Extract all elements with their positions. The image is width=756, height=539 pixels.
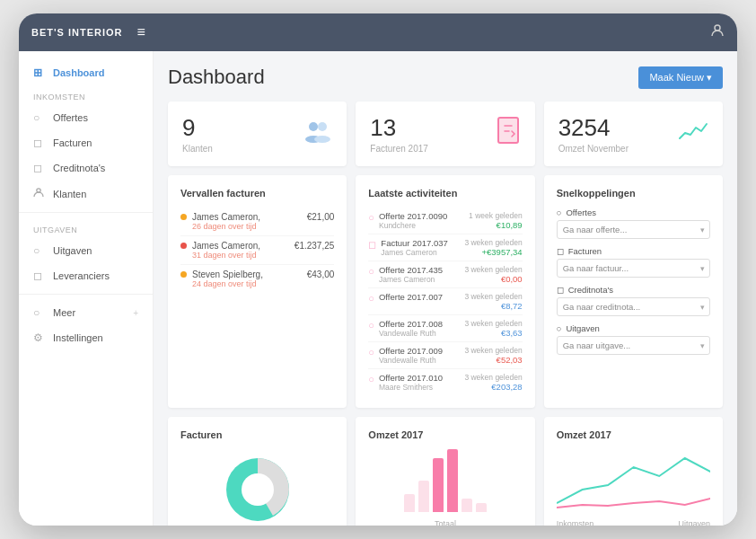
- income-label: Inkomsten: [557, 519, 594, 526]
- bar-0: [404, 494, 415, 512]
- sidebar-item-dashboard[interactable]: ⊞ Dashboard: [19, 60, 153, 85]
- facturen-chart-title: Facturen: [180, 429, 334, 440]
- quick-offertes: ○ Offertes Ga naar offerte... ▾: [557, 208, 710, 239]
- invoice-name-2: Steven Spielberg,: [192, 270, 263, 279]
- svg-point-2: [309, 122, 318, 131]
- vervallen-title: Vervallen facturen: [180, 188, 334, 199]
- bar-1: [418, 481, 429, 512]
- quick-label-uitgaven: ○ Uitgaven: [557, 323, 710, 333]
- sidebar-item-uitgaven[interactable]: ○ Uitgaven: [19, 238, 153, 263]
- line-chart: [557, 449, 710, 512]
- vervallen-item-1: James Cameron, 31 dagen over tijd €1.237…: [180, 236, 334, 265]
- invoice-sub-0: 26 dagen over tijd: [192, 222, 260, 231]
- vervallen-item-2: Steven Spielberg, 24 dagen over tijd €43…: [180, 265, 334, 293]
- quick-select-offertes[interactable]: Ga naar offerte...: [557, 220, 710, 239]
- quick-select-facturen[interactable]: Ga naar factuur...: [557, 259, 710, 278]
- line-chart-labels: Inkomsten Uitgaven: [557, 519, 710, 526]
- activity-icon-4: ○: [368, 320, 374, 331]
- invoice-sub-1: 31 dagen over tijd: [192, 251, 260, 260]
- bar-4: [462, 499, 472, 512]
- sidebar-item-offertes[interactable]: ○ Offertes: [19, 105, 153, 130]
- activity-icon-6: ○: [368, 374, 374, 384]
- sidebar-item-creditnotas[interactable]: ◻ Creditnota's: [19, 155, 153, 181]
- activity-1: ◻ Factuur 2017.037 James Cameron 3 weken…: [368, 234, 522, 261]
- sidebar-item-klanten[interactable]: Klanten: [19, 181, 153, 207]
- invoice-name-1: James Cameron,: [192, 241, 260, 251]
- invoice-amount-2: €43,00: [307, 270, 335, 279]
- omzet-bar-chart-card: Omzet 2017 Totaal €5.223,50: [356, 417, 534, 526]
- activity-icon-3: ○: [368, 293, 374, 304]
- content-header: Dashboard Maak Nieuw ▾: [168, 66, 723, 89]
- quick-select-wrap-facturen: Ga naar factuur... ▾: [557, 259, 710, 278]
- sidebar-item-meer[interactable]: ○ Meer +: [19, 300, 153, 325]
- omzet-bar-title: Omzet 2017: [368, 429, 522, 440]
- activity-icon-5: ○: [368, 347, 374, 358]
- snelkoppelingen-title: Snelkoppelingen: [557, 188, 710, 199]
- creditnotas-icon: ◻: [33, 162, 46, 174]
- quick-label-offertes: ○ Offertes: [557, 208, 710, 217]
- activity-2: ○ Offerte 2017.435 James Cameron 3 weken…: [368, 261, 522, 288]
- quick-select-wrap-creditnotas: Ga naar creditnota... ▾: [557, 297, 710, 316]
- facturen-chart-card: Facturen Betaald €5.113,90: [168, 417, 347, 526]
- stat-label-facturen: Facturen 2017: [370, 144, 428, 154]
- dashboard-icon: ⊞: [33, 66, 46, 79]
- activity-5: ○ Offerte 2017.009 Vandewalle Ruth 3 wek…: [368, 342, 522, 369]
- stat-label-klanten: Klanten: [182, 144, 213, 154]
- sidebar-item-facturen[interactable]: ◻ Facturen: [19, 130, 153, 155]
- sidebar-item-instellingen[interactable]: ⚙ Instellingen: [19, 325, 153, 350]
- quick-select-wrap-uitgaven: Ga naar uitgave... ▾: [557, 336, 710, 355]
- omzet-stat-icon: [678, 119, 708, 148]
- top-bar: BET'S INTERIOR ≡: [19, 13, 737, 51]
- facturen-icon: ◻: [33, 137, 46, 149]
- facturen-stat-icon: [496, 117, 521, 152]
- chart-row: Facturen Betaald €5.113,90: [168, 417, 723, 526]
- quick-select-uitgaven[interactable]: Ga naar uitgave...: [557, 336, 710, 355]
- bar-2: [433, 458, 444, 512]
- user-icon[interactable]: [710, 23, 725, 41]
- dot-2: [180, 271, 187, 278]
- klanten-icon: [33, 187, 46, 200]
- svg-point-5: [314, 136, 330, 143]
- sidebar-item-leveranciers[interactable]: ◻ Leveranciers: [19, 263, 153, 288]
- sidebar-section-inkomsten: Inkomsten: [19, 85, 153, 105]
- bar-3: [447, 449, 458, 512]
- vervallen-card: Vervallen facturen James Cameron, 26 dag…: [168, 175, 347, 408]
- page-title: Dashboard: [168, 66, 265, 89]
- quick-label-facturen: ◻ Facturen: [557, 246, 710, 256]
- klanten-stat-icon: [303, 119, 332, 149]
- pie-chart: [180, 449, 334, 526]
- invoice-amount-1: €1.237,25: [294, 241, 335, 251]
- make-new-button[interactable]: Maak Nieuw ▾: [638, 66, 723, 89]
- omzet-total-label: Totaal: [368, 519, 522, 526]
- activiteiten-title: Laatste activiteiten: [368, 188, 522, 199]
- hamburger-icon[interactable]: ≡: [137, 24, 145, 40]
- activity-icon-1: ◻: [368, 239, 376, 251]
- meer-expand-icon: +: [133, 308, 138, 318]
- sidebar-section-uitgaven: Uitgaven: [19, 218, 153, 238]
- quick-facturen: ◻ Facturen Ga naar factuur... ▾: [557, 246, 710, 278]
- activiteiten-card: Laatste activiteiten ○ Offerte 2017.0090…: [356, 175, 534, 408]
- stat-number-facturen: 13: [370, 114, 428, 142]
- activity-4: ○ Offerte 2017.008 Vandewalle Ruth 3 wek…: [368, 315, 522, 342]
- stat-card-klanten: 9 Klanten: [168, 102, 347, 166]
- quick-select-creditnotas[interactable]: Ga naar creditnota...: [557, 297, 710, 316]
- quick-creditnotas-icon: ◻: [557, 285, 564, 295]
- activity-0: ○ Offerte 2017.0090 Kundchere 1 week gel…: [368, 208, 522, 234]
- sidebar: ⊞ Dashboard Inkomsten ○ Offertes ◻ Factu…: [19, 51, 154, 526]
- svg-point-8: [242, 473, 274, 506]
- svg-rect-6: [498, 118, 518, 143]
- activity-6: ○ Offerte 2017.010 Maare Smithers 3 weke…: [368, 369, 522, 395]
- activity-icon-0: ○: [368, 212, 374, 223]
- dot-0: [180, 214, 187, 220]
- meer-icon: ○: [33, 306, 46, 319]
- bar-5: [476, 503, 487, 512]
- quick-uitgaven: ○ Uitgaven Ga naar uitgave... ▾: [557, 323, 710, 355]
- stat-number-omzet: 3254: [558, 114, 629, 142]
- quick-select-wrap-offertes: Ga naar offerte... ▾: [557, 220, 710, 239]
- stat-label-omzet: Omzet November: [558, 144, 629, 154]
- invoice-name-0: James Cameron,: [192, 212, 260, 222]
- leveranciers-icon: ◻: [33, 270, 46, 282]
- stats-row: 9 Klanten 13 Fac: [168, 102, 723, 166]
- omzet-line-chart-card: Omzet 2017 Inkomsten Uitgaven €5.348,50 …: [544, 417, 723, 526]
- activity-icon-2: ○: [368, 266, 374, 277]
